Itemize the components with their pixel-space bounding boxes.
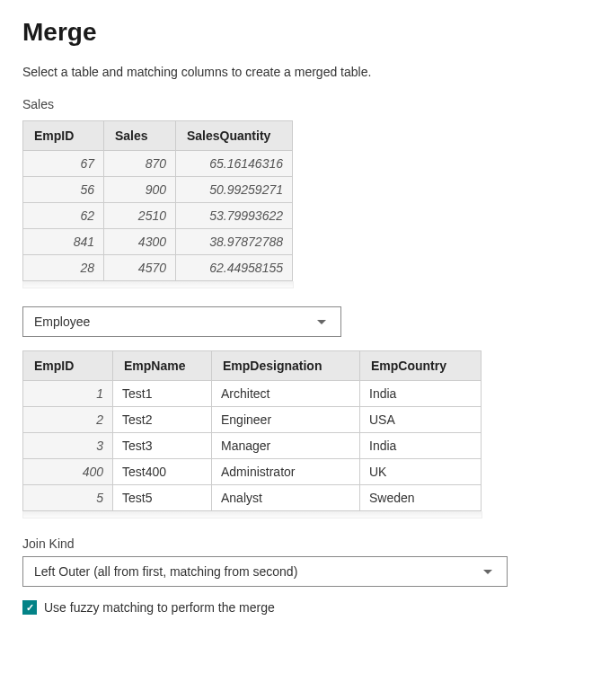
sales-table[interactable]: EmpID Sales SalesQuantity 67 870 65.1614… [22,120,293,281]
cell: 28 [23,255,104,281]
join-kind-selector[interactable]: Left Outer (all from first, matching fro… [22,556,508,587]
cell: 870 [104,151,176,177]
table-row[interactable]: 5 Test5 Analyst Sweden [23,485,482,511]
checkmark-icon: ✓ [26,603,34,613]
cell: 50.99259271 [176,177,293,203]
table-scroll-track[interactable] [22,281,294,288]
cell: Manager [212,433,360,459]
cell: 62 [23,203,104,229]
cell: 400 [23,459,113,485]
cell: 4300 [104,229,176,255]
dialog-description: Select a table and matching columns to c… [22,65,570,79]
table-row[interactable]: 62 2510 53.79993622 [23,203,293,229]
cell: Test1 [113,381,212,407]
chevron-down-icon [317,320,326,324]
column-header[interactable]: Sales [104,121,176,151]
cell: 38.97872788 [176,229,293,255]
table-row[interactable]: 3 Test3 Manager India [23,433,482,459]
first-table-container: EmpID Sales SalesQuantity 67 870 65.1614… [22,120,570,288]
column-header[interactable]: EmpCountry [360,351,482,381]
cell: Architect [212,381,360,407]
cell: 67 [23,151,104,177]
fuzzy-matching-label: Use fuzzy matching to perform the merge [44,600,275,615]
dropdown-selected-value: Employee [34,315,90,329]
table-header-row: EmpID EmpName EmpDesignation EmpCountry [23,351,482,381]
cell: Analyst [212,485,360,511]
table-row[interactable]: 56 900 50.99259271 [23,177,293,203]
fuzzy-matching-checkbox[interactable]: ✓ [22,600,37,615]
cell: 65.16146316 [176,151,293,177]
column-header[interactable]: EmpName [113,351,212,381]
table-row[interactable]: 841 4300 38.97872788 [23,229,293,255]
cell: 53.79993622 [176,203,293,229]
cell: India [360,433,482,459]
cell: 56 [23,177,104,203]
cell: Test5 [113,485,212,511]
cell: 3 [23,433,113,459]
cell: Sweden [360,485,482,511]
column-header[interactable]: EmpID [23,351,113,381]
cell: 62.44958155 [176,255,293,281]
column-header[interactable]: EmpDesignation [212,351,360,381]
cell: 900 [104,177,176,203]
column-header[interactable]: EmpID [23,121,104,151]
cell: Engineer [212,407,360,433]
cell: Test2 [113,407,212,433]
cell: Test400 [113,459,212,485]
employee-table[interactable]: EmpID EmpName EmpDesignation EmpCountry … [22,350,482,511]
dialog-title: Merge [22,18,570,47]
cell: 2510 [104,203,176,229]
table-row[interactable]: 28 4570 62.44958155 [23,255,293,281]
cell: 5 [23,485,113,511]
table-header-row: EmpID Sales SalesQuantity [23,121,293,151]
cell: India [360,381,482,407]
cell: 1 [23,381,113,407]
chevron-down-icon [483,570,492,574]
second-table-container: EmpID EmpName EmpDesignation EmpCountry … [22,350,570,518]
cell: USA [360,407,482,433]
first-table-label: Sales [22,97,570,111]
table-scroll-track[interactable] [22,511,482,518]
cell: Administrator [212,459,360,485]
cell: 841 [23,229,104,255]
dropdown-selected-value: Left Outer (all from first, matching fro… [34,564,297,579]
join-kind-label: Join Kind [22,536,570,551]
cell: UK [360,459,482,485]
column-header[interactable]: SalesQuantity [176,121,293,151]
fuzzy-matching-row: ✓ Use fuzzy matching to perform the merg… [22,600,570,615]
table-row[interactable]: 2 Test2 Engineer USA [23,407,482,433]
table-row[interactable]: 67 870 65.16146316 [23,151,293,177]
cell: Test3 [113,433,212,459]
table-row[interactable]: 1 Test1 Architect India [23,381,482,407]
cell: 4570 [104,255,176,281]
cell: 2 [23,407,113,433]
table-row[interactable]: 400 Test400 Administrator UK [23,459,482,485]
second-table-selector[interactable]: Employee [22,306,341,337]
